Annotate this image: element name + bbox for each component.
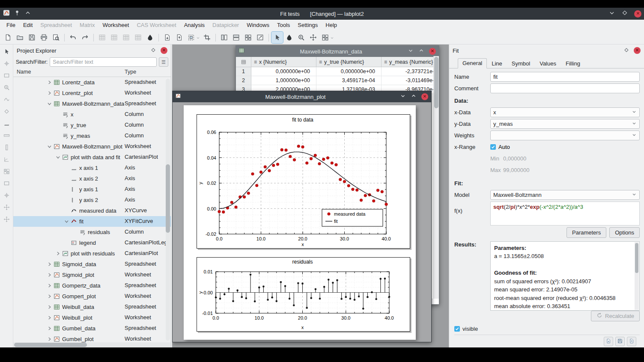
menu-windows[interactable]: Windows: [243, 20, 273, 31]
select-cursor-button[interactable]: [271, 32, 283, 43]
max-input[interactable]: [503, 166, 640, 175]
print-preview-button[interactable]: [50, 32, 62, 43]
table-cell[interactable]: 0,000000e+00: [316, 67, 382, 76]
select-rect-tool[interactable]: [3, 72, 10, 79]
expander-icon[interactable]: [46, 284, 53, 288]
tab-general[interactable]: General: [458, 58, 487, 68]
table-cell[interactable]: 0,000000e+00: [251, 67, 316, 76]
pan-view-button[interactable]: [307, 32, 319, 43]
column-header-name[interactable]: Name: [17, 69, 31, 75]
statistics-button[interactable]: [132, 32, 144, 43]
transform-tool[interactable]: [3, 216, 10, 223]
expander-icon[interactable]: [46, 294, 53, 298]
ruler-vertical-tool[interactable]: [3, 144, 10, 151]
parameters-button[interactable]: Parameters: [566, 227, 606, 238]
project-explorer-header[interactable]: Project Explorer: [13, 45, 171, 56]
residuals-plot[interactable]: 0.010.020.030.040.0-0.010.000.01residual…: [197, 257, 410, 332]
maximize-icon[interactable]: [621, 9, 628, 18]
expander-icon[interactable]: [46, 316, 53, 320]
tree-item-lorentz-plot[interactable]: Lorentz_plotWorksheet: [13, 88, 171, 98]
import-page-button[interactable]: [173, 32, 185, 43]
tree-column-headers[interactable]: Name Type: [13, 68, 171, 77]
worksheet-view[interactable]: 0.010.020.030.040.0-0.020.000.020.040.06…: [173, 102, 431, 342]
plot-titlebar[interactable]: Maxwell-Boltzmann_plot: [173, 91, 431, 102]
zoom-in-tool[interactable]: [3, 84, 10, 91]
export-page-button[interactable]: [161, 32, 173, 43]
menu-analysis[interactable]: Analysis: [180, 20, 209, 31]
expander-icon[interactable]: [46, 273, 53, 277]
paint-button[interactable]: [144, 32, 156, 43]
load-template-button[interactable]: [627, 337, 636, 346]
tree-item-sigmoid-data[interactable]: Sigmoid_dataSpreadsheet: [13, 259, 171, 270]
tree-item-gumbel-data[interactable]: Gumbel_dataSpreadsheet: [13, 323, 171, 334]
tree-item-x-axis-2[interactable]: x axis 2Axis: [13, 173, 171, 184]
save-template-button[interactable]: [615, 337, 625, 346]
table-cell[interactable]: -2,373721e-03: [382, 67, 439, 76]
align-tool[interactable]: [3, 192, 10, 199]
table-cell[interactable]: 1,000000e+00: [251, 76, 316, 85]
recalculate-button[interactable]: Recalculate: [591, 311, 640, 321]
new-document-button[interactable]: [2, 32, 14, 43]
column-header-y_meas[interactable]: ≡y_meas {Numeric}: [382, 57, 439, 67]
float-panel-icon[interactable]: [150, 47, 156, 54]
fit-frame-button[interactable]: [201, 32, 213, 43]
tree-item-residuals[interactable]: residualsColumn: [13, 227, 171, 237]
expander-icon[interactable]: [46, 305, 53, 309]
expander-icon[interactable]: [54, 155, 61, 159]
pin-icon[interactable]: [14, 9, 21, 18]
tree-vertical-scrollbar[interactable]: [166, 79, 170, 341]
column-header-type[interactable]: Type: [125, 69, 136, 75]
minimize-icon[interactable]: [608, 9, 615, 18]
close-window-button[interactable]: [429, 48, 436, 55]
tree-item-legend[interactable]: legendCartesianPlotLegend: [13, 237, 171, 248]
min-input[interactable]: [503, 154, 640, 163]
layout-rows-button[interactable]: [230, 32, 242, 43]
sort-button[interactable]: [120, 32, 132, 43]
menu-worksheet[interactable]: Worksheet: [98, 20, 133, 31]
axis-left-tool[interactable]: [3, 120, 10, 127]
tree-item-lorentz-data[interactable]: Lorentz_dataSpreadsheet: [13, 77, 171, 88]
menu-file[interactable]: File: [3, 20, 19, 31]
pointer-tool[interactable]: [3, 48, 10, 55]
table-cell[interactable]: 3,459171e-04: [316, 76, 382, 85]
insert-row-button[interactable]: [96, 32, 108, 43]
menu-settings[interactable]: Settings: [294, 20, 322, 31]
menu-tools[interactable]: Tools: [273, 20, 294, 31]
spreadsheet-titlebar[interactable]: Maxwell-Boltzmann_data: [236, 46, 439, 57]
tree-item-x-axis-1[interactable]: x axis 1Axis: [13, 163, 171, 173]
float-panel-icon[interactable]: [623, 47, 629, 54]
close-panel-button[interactable]: [161, 47, 167, 54]
tab-symbol[interactable]: Symbol: [507, 59, 535, 68]
tree-item-weibull-data[interactable]: Weibull_dataSpreadsheet: [13, 302, 171, 312]
tree-item-sigmoid-plot[interactable]: Sigmoid_plotWorksheet: [13, 270, 171, 280]
expander-icon[interactable]: [46, 102, 53, 106]
minimize-icon[interactable]: [408, 47, 414, 55]
menu-cas-worksheet[interactable]: CAS Worksheet: [133, 20, 180, 31]
layout-columns-button[interactable]: [218, 32, 230, 43]
select-region-button[interactable]: [185, 32, 197, 43]
print-button[interactable]: [38, 32, 50, 43]
fit-plot[interactable]: 0.010.020.030.040.0-0.020.000.020.040.06…: [197, 114, 410, 249]
tree-item-weibull-plot[interactable]: Weibull_plotWorksheet: [13, 312, 171, 323]
tree-item-gompertz-data[interactable]: Gompertz_dataSpreadsheet: [13, 280, 171, 291]
tab-line[interactable]: Line: [487, 59, 507, 68]
expander-icon[interactable]: [46, 145, 53, 148]
expander-icon[interactable]: [46, 80, 53, 84]
tree-item-gompert-plot[interactable]: Gompert_plotWorksheet: [13, 291, 171, 302]
tree-item-fit[interactable]: fitXYFitCurve: [13, 216, 171, 227]
tab-values[interactable]: Values: [535, 59, 561, 68]
open-button[interactable]: [14, 32, 26, 43]
filter-options-button[interactable]: ☰: [159, 57, 168, 67]
expander-icon[interactable]: [54, 252, 61, 255]
column-header-x[interactable]: ≡x {Numeric}: [251, 57, 316, 67]
menu-help[interactable]: Help: [322, 20, 341, 31]
shape-tool[interactable]: [3, 108, 10, 115]
search-filter-input[interactable]: [50, 57, 157, 67]
expander-icon[interactable]: [46, 326, 53, 330]
tree-item-plot-with-data-and-fit[interactable]: plot with data and fitCartesianPlot: [13, 152, 171, 163]
grid-settings-button[interactable]: [319, 32, 331, 43]
results-scrollbar[interactable]: [635, 242, 639, 310]
menu-spreadsheet[interactable]: Spreadsheet: [36, 20, 76, 31]
menu-datapicker[interactable]: Datapicker: [209, 20, 243, 31]
column-header-y_true[interactable]: ≡y_true {Numeric}: [316, 57, 382, 67]
